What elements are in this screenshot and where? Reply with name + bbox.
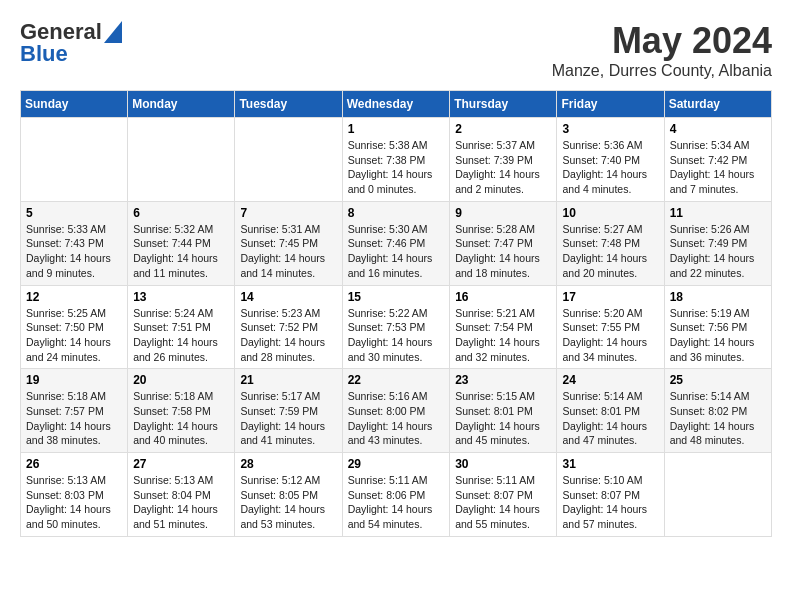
day-number: 31 — [562, 457, 658, 471]
day-info: Sunrise: 5:23 AM Sunset: 7:52 PM Dayligh… — [240, 306, 336, 365]
page-header: General Blue May 2024 Manze, Durres Coun… — [20, 20, 772, 80]
week-row-5: 26Sunrise: 5:13 AM Sunset: 8:03 PM Dayli… — [21, 453, 772, 537]
day-number: 30 — [455, 457, 551, 471]
svg-marker-0 — [104, 21, 122, 43]
day-number: 3 — [562, 122, 658, 136]
day-number: 18 — [670, 290, 766, 304]
calendar-cell: 2Sunrise: 5:37 AM Sunset: 7:39 PM Daylig… — [450, 118, 557, 202]
calendar-cell: 22Sunrise: 5:16 AM Sunset: 8:00 PM Dayli… — [342, 369, 450, 453]
calendar-cell: 30Sunrise: 5:11 AM Sunset: 8:07 PM Dayli… — [450, 453, 557, 537]
day-info: Sunrise: 5:17 AM Sunset: 7:59 PM Dayligh… — [240, 389, 336, 448]
day-info: Sunrise: 5:28 AM Sunset: 7:47 PM Dayligh… — [455, 222, 551, 281]
day-number: 27 — [133, 457, 229, 471]
day-info: Sunrise: 5:22 AM Sunset: 7:53 PM Dayligh… — [348, 306, 445, 365]
day-number: 26 — [26, 457, 122, 471]
day-number: 22 — [348, 373, 445, 387]
day-info: Sunrise: 5:20 AM Sunset: 7:55 PM Dayligh… — [562, 306, 658, 365]
day-info: Sunrise: 5:30 AM Sunset: 7:46 PM Dayligh… — [348, 222, 445, 281]
location-title: Manze, Durres County, Albania — [552, 62, 772, 80]
calendar-cell: 9Sunrise: 5:28 AM Sunset: 7:47 PM Daylig… — [450, 201, 557, 285]
day-info: Sunrise: 5:11 AM Sunset: 8:06 PM Dayligh… — [348, 473, 445, 532]
calendar-cell: 16Sunrise: 5:21 AM Sunset: 7:54 PM Dayli… — [450, 285, 557, 369]
day-number: 28 — [240, 457, 336, 471]
day-info: Sunrise: 5:13 AM Sunset: 8:04 PM Dayligh… — [133, 473, 229, 532]
calendar-cell: 1Sunrise: 5:38 AM Sunset: 7:38 PM Daylig… — [342, 118, 450, 202]
calendar-cell: 27Sunrise: 5:13 AM Sunset: 8:04 PM Dayli… — [128, 453, 235, 537]
day-number: 10 — [562, 206, 658, 220]
calendar-cell: 6Sunrise: 5:32 AM Sunset: 7:44 PM Daylig… — [128, 201, 235, 285]
week-row-3: 12Sunrise: 5:25 AM Sunset: 7:50 PM Dayli… — [21, 285, 772, 369]
weekday-header-friday: Friday — [557, 91, 664, 118]
calendar-cell: 15Sunrise: 5:22 AM Sunset: 7:53 PM Dayli… — [342, 285, 450, 369]
logo-blue: Blue — [20, 42, 122, 66]
day-number: 17 — [562, 290, 658, 304]
day-info: Sunrise: 5:14 AM Sunset: 8:01 PM Dayligh… — [562, 389, 658, 448]
weekday-header-tuesday: Tuesday — [235, 91, 342, 118]
day-number: 13 — [133, 290, 229, 304]
calendar-cell — [664, 453, 771, 537]
day-info: Sunrise: 5:33 AM Sunset: 7:43 PM Dayligh… — [26, 222, 122, 281]
day-number: 16 — [455, 290, 551, 304]
day-number: 14 — [240, 290, 336, 304]
calendar-cell: 13Sunrise: 5:24 AM Sunset: 7:51 PM Dayli… — [128, 285, 235, 369]
calendar-cell: 28Sunrise: 5:12 AM Sunset: 8:05 PM Dayli… — [235, 453, 342, 537]
day-info: Sunrise: 5:19 AM Sunset: 7:56 PM Dayligh… — [670, 306, 766, 365]
calendar-cell: 14Sunrise: 5:23 AM Sunset: 7:52 PM Dayli… — [235, 285, 342, 369]
calendar-cell: 12Sunrise: 5:25 AM Sunset: 7:50 PM Dayli… — [21, 285, 128, 369]
day-info: Sunrise: 5:21 AM Sunset: 7:54 PM Dayligh… — [455, 306, 551, 365]
weekday-header-wednesday: Wednesday — [342, 91, 450, 118]
day-number: 6 — [133, 206, 229, 220]
day-info: Sunrise: 5:25 AM Sunset: 7:50 PM Dayligh… — [26, 306, 122, 365]
weekday-header-sunday: Sunday — [21, 91, 128, 118]
day-info: Sunrise: 5:36 AM Sunset: 7:40 PM Dayligh… — [562, 138, 658, 197]
day-info: Sunrise: 5:15 AM Sunset: 8:01 PM Dayligh… — [455, 389, 551, 448]
day-number: 21 — [240, 373, 336, 387]
day-number: 8 — [348, 206, 445, 220]
day-info: Sunrise: 5:12 AM Sunset: 8:05 PM Dayligh… — [240, 473, 336, 532]
calendar-cell: 4Sunrise: 5:34 AM Sunset: 7:42 PM Daylig… — [664, 118, 771, 202]
calendar-cell: 3Sunrise: 5:36 AM Sunset: 7:40 PM Daylig… — [557, 118, 664, 202]
day-number: 12 — [26, 290, 122, 304]
week-row-4: 19Sunrise: 5:18 AM Sunset: 7:57 PM Dayli… — [21, 369, 772, 453]
calendar-cell: 21Sunrise: 5:17 AM Sunset: 7:59 PM Dayli… — [235, 369, 342, 453]
day-info: Sunrise: 5:10 AM Sunset: 8:07 PM Dayligh… — [562, 473, 658, 532]
calendar-cell: 19Sunrise: 5:18 AM Sunset: 7:57 PM Dayli… — [21, 369, 128, 453]
calendar-cell: 11Sunrise: 5:26 AM Sunset: 7:49 PM Dayli… — [664, 201, 771, 285]
day-info: Sunrise: 5:27 AM Sunset: 7:48 PM Dayligh… — [562, 222, 658, 281]
day-number: 20 — [133, 373, 229, 387]
weekday-header-thursday: Thursday — [450, 91, 557, 118]
day-number: 11 — [670, 206, 766, 220]
day-info: Sunrise: 5:14 AM Sunset: 8:02 PM Dayligh… — [670, 389, 766, 448]
day-info: Sunrise: 5:26 AM Sunset: 7:49 PM Dayligh… — [670, 222, 766, 281]
week-row-1: 1Sunrise: 5:38 AM Sunset: 7:38 PM Daylig… — [21, 118, 772, 202]
calendar-cell: 10Sunrise: 5:27 AM Sunset: 7:48 PM Dayli… — [557, 201, 664, 285]
day-info: Sunrise: 5:18 AM Sunset: 7:58 PM Dayligh… — [133, 389, 229, 448]
logo-icon — [104, 21, 122, 43]
calendar-cell — [128, 118, 235, 202]
day-info: Sunrise: 5:11 AM Sunset: 8:07 PM Dayligh… — [455, 473, 551, 532]
calendar-table: SundayMondayTuesdayWednesdayThursdayFrid… — [20, 90, 772, 537]
calendar-cell: 24Sunrise: 5:14 AM Sunset: 8:01 PM Dayli… — [557, 369, 664, 453]
calendar-cell: 8Sunrise: 5:30 AM Sunset: 7:46 PM Daylig… — [342, 201, 450, 285]
calendar-cell: 5Sunrise: 5:33 AM Sunset: 7:43 PM Daylig… — [21, 201, 128, 285]
week-row-2: 5Sunrise: 5:33 AM Sunset: 7:43 PM Daylig… — [21, 201, 772, 285]
day-info: Sunrise: 5:34 AM Sunset: 7:42 PM Dayligh… — [670, 138, 766, 197]
day-info: Sunrise: 5:32 AM Sunset: 7:44 PM Dayligh… — [133, 222, 229, 281]
calendar-cell: 7Sunrise: 5:31 AM Sunset: 7:45 PM Daylig… — [235, 201, 342, 285]
day-number: 5 — [26, 206, 122, 220]
day-info: Sunrise: 5:24 AM Sunset: 7:51 PM Dayligh… — [133, 306, 229, 365]
calendar-cell: 29Sunrise: 5:11 AM Sunset: 8:06 PM Dayli… — [342, 453, 450, 537]
day-info: Sunrise: 5:16 AM Sunset: 8:00 PM Dayligh… — [348, 389, 445, 448]
calendar-cell: 17Sunrise: 5:20 AM Sunset: 7:55 PM Dayli… — [557, 285, 664, 369]
day-number: 24 — [562, 373, 658, 387]
day-number: 2 — [455, 122, 551, 136]
month-title: May 2024 — [552, 20, 772, 62]
title-area: May 2024 Manze, Durres County, Albania — [552, 20, 772, 80]
day-info: Sunrise: 5:38 AM Sunset: 7:38 PM Dayligh… — [348, 138, 445, 197]
day-info: Sunrise: 5:18 AM Sunset: 7:57 PM Dayligh… — [26, 389, 122, 448]
day-number: 23 — [455, 373, 551, 387]
day-number: 15 — [348, 290, 445, 304]
calendar-cell: 23Sunrise: 5:15 AM Sunset: 8:01 PM Dayli… — [450, 369, 557, 453]
calendar-cell: 20Sunrise: 5:18 AM Sunset: 7:58 PM Dayli… — [128, 369, 235, 453]
day-number: 25 — [670, 373, 766, 387]
